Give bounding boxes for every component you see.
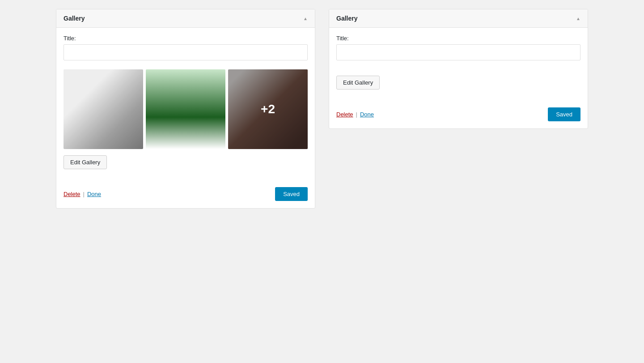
gallery-thumb-1-6[interactable]: +2 bbox=[228, 69, 308, 149]
widget-title-1: Gallery bbox=[64, 15, 85, 22]
footer-links-1: Delete | Done bbox=[64, 191, 101, 197]
gallery-widget-2: Gallery ▲ Title: Edit Gallery Delete | D… bbox=[329, 9, 588, 129]
title-label-1: Title: bbox=[64, 35, 308, 42]
collapse-icon-2[interactable]: ▲ bbox=[576, 16, 580, 21]
gallery-grid-2 bbox=[336, 67, 580, 69]
widget-title-2: Gallery bbox=[336, 15, 357, 22]
delete-link-1[interactable]: Delete bbox=[64, 191, 80, 197]
widget-footer-1: Delete | Done Saved bbox=[56, 183, 315, 208]
widget-footer-2: Delete | Done Saved bbox=[329, 103, 588, 128]
saved-button-2[interactable]: Saved bbox=[548, 107, 580, 121]
title-label-2: Title: bbox=[336, 35, 580, 42]
edit-gallery-button-1[interactable]: Edit Gallery bbox=[64, 155, 107, 169]
title-input-2[interactable] bbox=[336, 44, 580, 60]
gallery-widget-1: Gallery ▲ Title: +2 Edit Gallery Delete … bbox=[56, 9, 315, 209]
widget-body-1: Title: +2 Edit Gallery bbox=[56, 28, 315, 183]
title-input-1[interactable] bbox=[64, 44, 308, 60]
collapse-icon-1[interactable]: ▲ bbox=[303, 16, 308, 21]
done-link-2[interactable]: Done bbox=[360, 111, 374, 118]
gallery-grid-1: +2 bbox=[64, 67, 308, 149]
gallery-thumb-1-5[interactable] bbox=[146, 69, 225, 149]
gallery-thumb-1-4[interactable] bbox=[64, 69, 143, 149]
widget-header-2: Gallery ▲ bbox=[329, 9, 588, 28]
widget-header-1: Gallery ▲ bbox=[56, 9, 315, 28]
footer-links-2: Delete | Done bbox=[336, 111, 374, 118]
done-link-1[interactable]: Done bbox=[87, 191, 101, 197]
separator-2: | bbox=[356, 111, 357, 118]
edit-gallery-button-2[interactable]: Edit Gallery bbox=[336, 76, 380, 90]
delete-link-2[interactable]: Delete bbox=[336, 111, 353, 118]
overlay-count-1: +2 bbox=[228, 69, 308, 149]
widget-body-2: Title: Edit Gallery bbox=[329, 28, 588, 103]
separator-1: | bbox=[83, 191, 85, 197]
saved-button-1[interactable]: Saved bbox=[275, 187, 308, 201]
